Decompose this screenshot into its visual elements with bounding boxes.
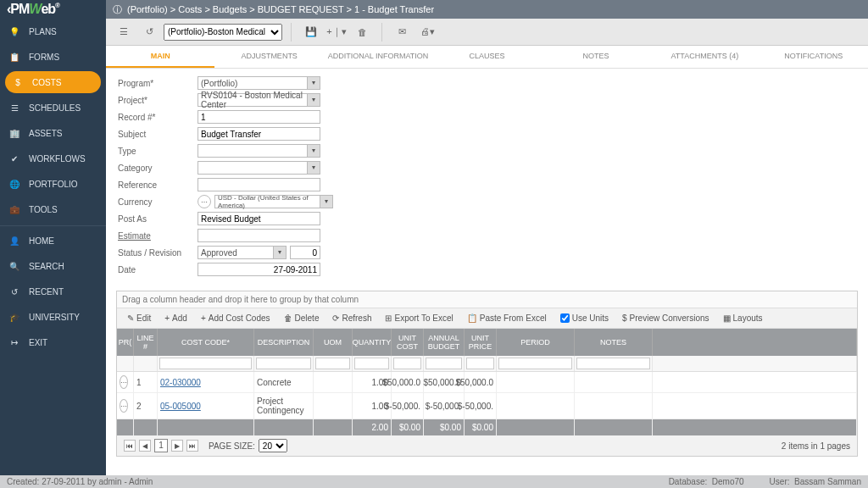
briefcase-icon: 💼 (8, 203, 20, 215)
tab-notifications[interactable]: NOTIFICATIONS (760, 46, 868, 68)
subject-input[interactable] (198, 127, 320, 141)
filter-ucost[interactable] (393, 358, 421, 369)
sidebar-item-search[interactable]: 🔍SEARCH (0, 253, 106, 279)
table-row[interactable]: ⋯ 1 02-030000 Concrete 1.00 $50,000.0 $5… (117, 372, 857, 393)
check-icon: ✔ (8, 152, 20, 164)
program-select[interactable]: (Portfolio) (198, 76, 320, 90)
graduation-icon: 🎓 (8, 311, 20, 323)
page-size-select[interactable]: 20 (259, 439, 287, 452)
sidebar-item-costs[interactable]: $COSTS (5, 71, 101, 93)
sidebar-item-workflows[interactable]: ✔WORKFLOWS (0, 146, 106, 171)
grid-delete-btn[interactable]: 🗑Delete (279, 311, 325, 325)
page-size-label: PAGE SIZE: (209, 441, 255, 451)
history-icon[interactable]: ↺ (138, 21, 160, 43)
sidebar-item-plans[interactable]: 💡PLANS (0, 19, 106, 44)
grid-layouts-btn[interactable]: ▦Layouts (718, 311, 768, 325)
sidebar-item-home[interactable]: 👤HOME (0, 225, 106, 253)
breadcrumb: (Portfolio) > Costs > Budgets > BUDGET R… (127, 4, 434, 14)
sidebar-item-exit[interactable]: ↦EXIT (0, 330, 106, 355)
filter-desc[interactable] (256, 358, 311, 369)
print-icon[interactable]: 🖨▾ (416, 21, 438, 43)
filter-uprice[interactable] (466, 358, 494, 369)
sidebar-item-tools[interactable]: 💼TOOLS (0, 197, 106, 222)
exit-icon: ↦ (8, 336, 20, 348)
project-select[interactable]: RVS0104 - Boston Medical Center (198, 93, 320, 107)
label-estimate[interactable]: Estimate (118, 231, 198, 241)
grid-addcodes-btn[interactable]: +Add Cost Codes (196, 311, 275, 325)
currency-select[interactable]: USD - Dollar (United States of America) (214, 195, 333, 208)
useunits-checkbox[interactable] (560, 313, 570, 323)
label-record: Record #* (118, 113, 198, 122)
row-menu-icon[interactable]: ⋯ (120, 375, 128, 389)
tab-attachments[interactable]: ATTACHMENTS (4) (650, 46, 759, 68)
pager-last[interactable]: ⏭ (186, 440, 198, 452)
tab-main[interactable]: MAIN (106, 46, 214, 68)
globe-icon: 🌐 (8, 178, 20, 190)
grid-refresh-btn[interactable]: ⟳Refresh (327, 311, 376, 325)
grid-useunits[interactable]: Use Units (555, 311, 614, 325)
save-icon[interactable]: 💾 (300, 21, 322, 43)
grid-preview-btn[interactable]: $Preview Conversions (617, 311, 715, 325)
cost-code-link[interactable]: 05-005000 (160, 402, 201, 411)
date-input[interactable] (198, 263, 320, 276)
sidebar-item-forms[interactable]: 📋FORMS (0, 44, 106, 69)
clipboard-icon: 📋 (8, 51, 20, 63)
category-select[interactable] (198, 161, 320, 175)
pager-first[interactable]: ⏮ (124, 440, 136, 452)
postas-input[interactable] (198, 212, 320, 225)
sidebar-item-assets[interactable]: 🏢ASSETS (0, 120, 106, 146)
label-postas: Post As (118, 214, 198, 224)
trash-icon: 🗑 (284, 313, 292, 323)
label-currency: Currency (118, 197, 198, 207)
label-type: Type (118, 147, 198, 156)
currency-more-btn[interactable]: ⋯ (198, 195, 211, 208)
cost-code-link[interactable]: 02-030000 (160, 378, 201, 387)
type-select[interactable] (198, 144, 320, 158)
table-row[interactable]: ⋯ 2 05-005000 Project Contingency 1.00 $… (117, 393, 857, 419)
status-created: Created: 27-09-2011 by admin - Admin (7, 477, 153, 486)
sidebar-item-university[interactable]: 🎓UNIVERSITY (0, 304, 106, 330)
row-menu-icon[interactable]: ⋯ (120, 399, 128, 413)
delete-icon[interactable]: 🗑 (351, 21, 373, 43)
pager-prev[interactable]: ◀ (139, 440, 151, 452)
tab-notes[interactable]: NOTES (542, 46, 650, 68)
grid-pager: ⏮ ◀ 1 ▶ ⏭ PAGE SIZE: 20 2 items in 1 pag… (117, 435, 857, 456)
grid-edit-btn[interactable]: ✎Edit (122, 311, 156, 325)
grid-paste-btn[interactable]: 📋Paste From Excel (462, 311, 552, 325)
list-view-icon[interactable]: ☰ (113, 21, 135, 43)
mail-icon[interactable]: ✉ (391, 21, 413, 43)
group-hint[interactable]: Drag a column header and drop it here to… (117, 291, 857, 308)
project-selector[interactable]: (Portfolio)-Boston Medical Center - 1 (164, 24, 282, 41)
estimate-input[interactable] (198, 229, 320, 242)
sidebar-item-recent[interactable]: ↺RECENT (0, 279, 106, 304)
revision-input[interactable] (290, 246, 320, 259)
filter-period[interactable] (498, 358, 572, 369)
sidebar: ‹PMWeb® 💡PLANS 📋FORMS $COSTS ☰SCHEDULES … (0, 0, 106, 475)
filter-notes[interactable] (576, 358, 650, 369)
sidebar-item-schedules[interactable]: ☰SCHEDULES (0, 95, 106, 120)
sidebar-item-portfolio[interactable]: 🌐PORTFOLIO (0, 171, 106, 197)
record-input[interactable] (198, 110, 320, 124)
tab-clauses[interactable]: CLAUSES (432, 46, 541, 68)
tab-bar: MAIN ADJUSTMENTS ADDITIONAL INFORMATION … (106, 46, 868, 69)
reference-input[interactable] (198, 178, 320, 191)
dollar-icon: $ (12, 76, 24, 88)
plus-icon: + (164, 313, 170, 323)
grid-excel-btn[interactable]: ⊞Export To Excel (380, 311, 458, 325)
filter-uom[interactable] (315, 358, 350, 369)
grid-add-btn[interactable]: +Add (159, 311, 192, 325)
pager-current[interactable]: 1 (154, 439, 168, 452)
filter-annual[interactable] (426, 358, 462, 369)
label-program: Program* (118, 79, 198, 88)
filter-code[interactable] (159, 358, 252, 369)
filter-qty[interactable] (354, 358, 389, 369)
pager-next[interactable]: ▶ (171, 440, 183, 452)
breadcrumb-bar: ⓘ (Portfolio) > Costs > Budgets > BUDGET… (106, 0, 868, 19)
add-icon[interactable]: +｜▾ (326, 21, 348, 43)
status-select[interactable]: Approved (198, 246, 287, 259)
tab-additional[interactable]: ADDITIONAL INFORMATION (324, 46, 432, 68)
lightbulb-icon: 💡 (8, 25, 20, 37)
info-icon[interactable]: ⓘ (113, 3, 122, 16)
tab-adjustments[interactable]: ADJUSTMENTS (214, 46, 323, 68)
paste-icon: 📋 (467, 313, 477, 323)
